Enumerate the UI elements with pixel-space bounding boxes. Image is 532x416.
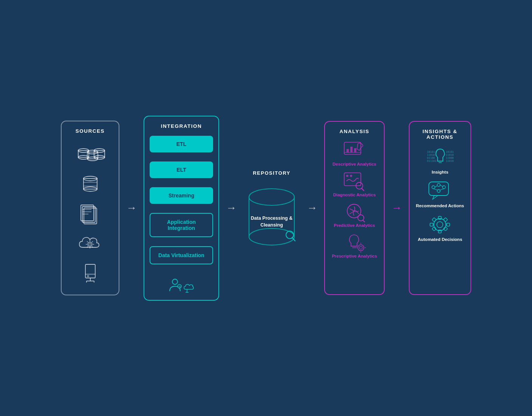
svg-text:011101: 011101: [427, 160, 436, 163]
automated-decisions-label: Automated Decisions: [418, 237, 462, 242]
svg-text:10101: 10101: [446, 151, 454, 154]
svg-point-56: [350, 175, 352, 177]
diagnostic-analytics-icon: [343, 172, 366, 191]
integration-title: INTEGRATION: [161, 123, 202, 129]
prescriptive-analytics-item: Prescriptive Analytics: [329, 233, 380, 259]
svg-rect-16: [81, 205, 94, 221]
integration-panel: INTEGRATION ETL ELT Streaming Applicatio…: [144, 116, 219, 301]
insights-panel: INSIGHTS &ACTIONS 101011 110101 01100 01…: [409, 121, 471, 295]
sources-title: SOURCES: [76, 128, 105, 134]
insights-label: Insights: [431, 169, 448, 175]
svg-point-44: [249, 228, 294, 245]
svg-rect-51: [346, 149, 349, 152]
descriptive-analytics-icon: [343, 141, 366, 160]
analysis-panel: ANALYSIS Descriptive Analytics: [324, 121, 385, 295]
svg-line-58: [362, 188, 364, 191]
recommended-actions-item: Recommended Actions: [413, 180, 467, 209]
svg-text:11010: 11010: [446, 154, 454, 157]
databases-icon: [75, 147, 105, 166]
server-icon: [81, 263, 100, 286]
svg-line-61: [363, 220, 365, 222]
automated-decisions-item: Automated Decisions: [413, 214, 467, 242]
prescriptive-analytics-icon: [343, 233, 366, 252]
svg-point-81: [432, 186, 435, 189]
arrow-integration-to-repo: →: [226, 203, 237, 213]
svg-rect-52: [350, 147, 353, 152]
svg-line-85: [435, 186, 437, 187]
svg-text:101011: 101011: [427, 151, 436, 154]
predictive-analytics-icon: [343, 202, 366, 221]
main-diagram: SOURCES: [61, 116, 471, 301]
recommended-actions-label: Recommended Actions: [416, 203, 464, 209]
svg-text:110101: 110101: [427, 154, 436, 157]
svg-rect-93: [430, 223, 433, 226]
integration-footer-icon: ⚙: [168, 273, 195, 293]
prescriptive-analytics-label: Prescriptive Analytics: [332, 253, 377, 259]
svg-point-64: [358, 245, 364, 251]
svg-rect-95: [432, 217, 436, 222]
svg-point-21: [89, 243, 91, 245]
repository-cylinder: Data Processing & Cleansing: [245, 186, 298, 246]
streaming-button[interactable]: Streaming: [150, 187, 213, 204]
etl-button[interactable]: ETL: [150, 136, 213, 152]
repository-title: REPOSITORY: [253, 170, 291, 176]
application-integration-button[interactable]: Application Integration: [150, 213, 213, 237]
svg-point-55: [346, 175, 348, 177]
insights-icon: 101011 110101 01100 011101 10101 11010 1…: [427, 147, 453, 168]
svg-point-20: [88, 242, 92, 247]
predictive-analytics-label: Predictive Analytics: [334, 223, 375, 228]
svg-line-86: [440, 185, 442, 186]
svg-text:⚙: ⚙: [178, 285, 181, 289]
svg-point-90: [437, 222, 443, 228]
svg-point-83: [442, 186, 445, 189]
integration-buttons: ETL ELT Streaming Application Integratio…: [150, 136, 213, 269]
documents-icon: [81, 203, 100, 225]
svg-rect-96: [443, 217, 447, 222]
svg-text:Data Processing &: Data Processing &: [251, 216, 292, 221]
svg-point-40: [249, 189, 294, 205]
svg-rect-53: [354, 148, 356, 152]
arrow-repo-to-analysis: →: [307, 203, 317, 213]
descriptive-analytics-label: Descriptive Analytics: [332, 161, 376, 167]
diagnostic-analytics-item: Diagnostic Analytics: [329, 172, 380, 198]
insights-item: 101011 110101 01100 011101 10101 11010 1…: [413, 147, 467, 175]
automated-decisions-icon: [427, 214, 453, 235]
svg-point-37: [172, 279, 178, 284]
svg-rect-14: [84, 208, 97, 224]
arrow-analysis-to-insights: →: [391, 203, 402, 213]
insights-title: INSIGHTS &ACTIONS: [422, 129, 457, 140]
svg-rect-94: [447, 223, 450, 226]
cloud-gear-icon: [78, 234, 102, 255]
svg-line-26: [87, 241, 88, 242]
svg-text:11010: 11010: [446, 160, 454, 163]
arrow-sources-to-integration: →: [126, 203, 137, 213]
single-database-icon: [81, 175, 100, 194]
recommended-actions-icon: [427, 180, 453, 201]
diagnostic-analytics-label: Diagnostic Analytics: [333, 192, 376, 198]
svg-text:Cleansing: Cleansing: [260, 222, 283, 228]
svg-text:01100: 01100: [427, 157, 435, 160]
svg-rect-80: [429, 182, 448, 196]
svg-rect-30: [85, 264, 95, 278]
svg-line-88: [439, 189, 444, 190]
svg-line-28: [92, 241, 93, 242]
svg-text:11000: 11000: [446, 157, 454, 160]
descriptive-analytics-item: Descriptive Analytics: [329, 141, 380, 167]
svg-rect-15: [82, 206, 95, 222]
svg-rect-54: [344, 173, 361, 186]
analysis-title: ANALYSIS: [339, 129, 369, 134]
elt-button[interactable]: ELT: [150, 161, 213, 178]
svg-line-87: [433, 189, 438, 190]
svg-point-82: [437, 183, 440, 186]
data-virtualization-button[interactable]: Data Virtualization: [150, 246, 213, 264]
predictive-analytics-item: Predictive Analytics: [329, 202, 380, 228]
svg-point-32: [87, 275, 89, 277]
sources-panel: SOURCES: [61, 121, 119, 295]
repository-section: REPOSITORY Data Processing & Cleansing: [243, 170, 300, 246]
svg-point-65: [359, 246, 362, 249]
